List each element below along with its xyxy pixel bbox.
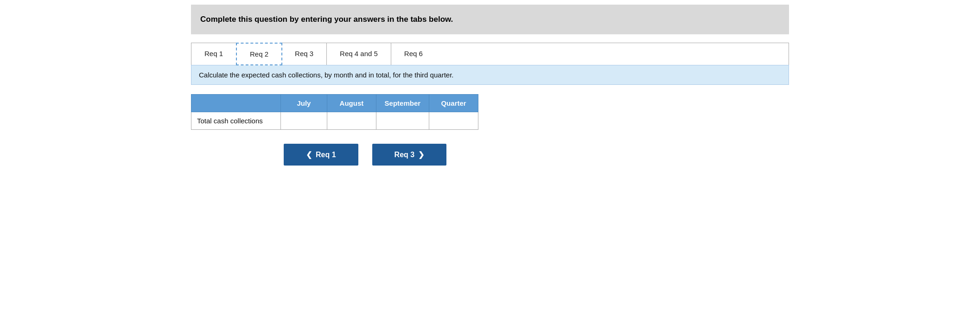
tab-req2[interactable]: Req 2 — [236, 43, 282, 65]
nav-buttons: ❮ Req 1 Req 3 ❯ — [284, 144, 789, 166]
cell-quarter[interactable] — [429, 112, 478, 130]
cell-july[interactable] — [280, 112, 327, 130]
tab-req1[interactable]: Req 1 — [191, 43, 236, 65]
table-container: July August September Quarter Total cash… — [191, 94, 789, 130]
col-header-september: September — [376, 95, 429, 112]
tab-req45[interactable]: Req 4 and 5 — [327, 43, 391, 65]
row-label-total-cash: Total cash collections — [191, 112, 281, 130]
input-august[interactable] — [327, 112, 375, 129]
col-header-quarter: Quarter — [429, 95, 478, 112]
tab-req6[interactable]: Req 6 — [391, 43, 436, 65]
header-banner: Complete this question by entering your … — [191, 5, 789, 34]
table-header-row: July August September Quarter — [191, 95, 478, 112]
description-text: Calculate the expected cash collections,… — [199, 71, 454, 79]
col-header-label — [191, 95, 281, 112]
next-chevron-icon: ❯ — [418, 150, 424, 159]
next-button[interactable]: Req 3 ❯ — [372, 144, 447, 166]
tab-req3[interactable]: Req 3 — [282, 43, 327, 65]
next-button-label: Req 3 — [395, 151, 415, 159]
page-wrapper: Complete this question by entering your … — [191, 0, 789, 166]
cell-august[interactable] — [327, 112, 376, 130]
cash-collections-table: July August September Quarter Total cash… — [191, 94, 478, 130]
prev-button[interactable]: ❮ Req 1 — [284, 144, 358, 166]
header-instruction: Complete this question by entering your … — [200, 15, 453, 24]
input-quarter[interactable] — [429, 112, 478, 129]
table-row: Total cash collections — [191, 112, 478, 130]
tabs-row: Req 1 Req 2 Req 3 Req 4 and 5 Req 6 — [191, 43, 789, 65]
description-bar: Calculate the expected cash collections,… — [191, 65, 789, 85]
input-september[interactable] — [376, 112, 429, 129]
cell-september[interactable] — [376, 112, 429, 130]
prev-button-label: Req 1 — [316, 151, 336, 159]
col-header-august: August — [327, 95, 376, 112]
col-header-july: July — [280, 95, 327, 112]
prev-chevron-icon: ❮ — [306, 150, 312, 159]
input-july[interactable] — [281, 112, 327, 129]
